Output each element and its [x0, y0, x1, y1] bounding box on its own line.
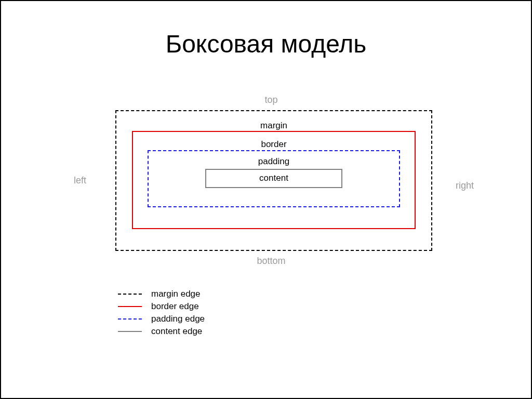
legend: margin edge border edge padding edge con… [118, 287, 205, 339]
legend-text-padding: padding edge [151, 314, 205, 324]
legend-swatch-border [118, 306, 142, 307]
legend-text-content: content edge [151, 326, 202, 337]
nested-boxes: margin border padding content [115, 110, 432, 251]
content-box: content [205, 169, 342, 188]
legend-text-border: border edge [151, 301, 199, 312]
border-box: border padding content [132, 131, 416, 229]
direction-top-label: top [74, 95, 469, 105]
legend-row-margin: margin edge [118, 289, 205, 299]
border-label: border [148, 139, 400, 150]
content-label: content [206, 173, 341, 183]
slide: Боксовая модель top left right bottom ma… [0, 0, 532, 399]
legend-row-content: content edge [118, 326, 205, 337]
legend-text-margin: margin edge [151, 289, 201, 299]
slide-title: Боксовая модель [1, 30, 531, 58]
direction-bottom-label: bottom [74, 256, 469, 267]
legend-row-border: border edge [118, 301, 205, 312]
padding-label: padding [180, 156, 368, 167]
legend-swatch-content [118, 331, 142, 332]
legend-swatch-padding [118, 318, 142, 320]
legend-row-padding: padding edge [118, 314, 205, 324]
margin-label: margin [132, 121, 416, 131]
direction-right-label: right [456, 180, 474, 191]
margin-box: margin border padding content [115, 110, 432, 251]
legend-swatch-margin [118, 294, 142, 295]
direction-left-label: left [74, 175, 86, 186]
padding-box: padding content [148, 150, 400, 207]
